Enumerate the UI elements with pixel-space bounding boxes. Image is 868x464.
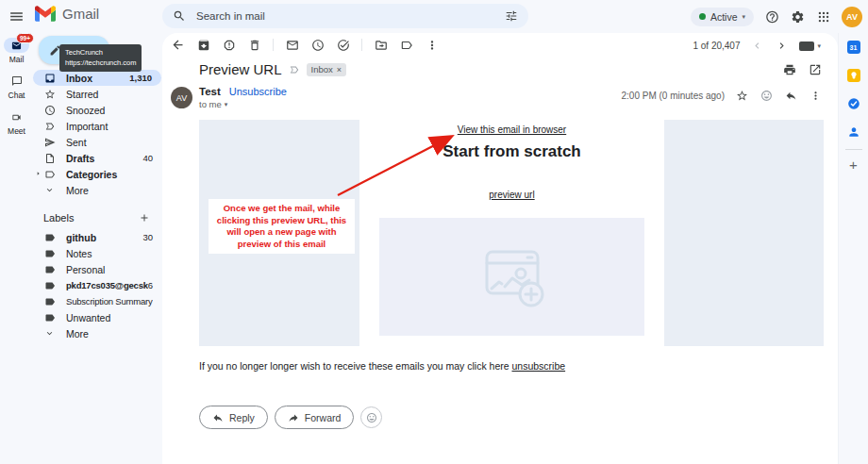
label-item-notes[interactable]: Notes <box>33 245 162 261</box>
more-options-icon[interactable] <box>425 38 439 52</box>
forward-button[interactable]: Forward <box>275 406 355 429</box>
older-email-chevron-icon[interactable] <box>775 39 789 53</box>
sender-info: Test Unsubscribe to me ▾ <box>199 86 287 109</box>
sidebar-item-label: Starred <box>66 89 153 100</box>
main-menu-icon[interactable] <box>8 8 25 25</box>
archive-icon[interactable] <box>196 38 210 52</box>
view-in-browser-link[interactable]: View this email in browser <box>359 124 664 135</box>
contacts-icon[interactable] <box>847 125 860 139</box>
unread-badge: 99+ <box>16 33 34 43</box>
mark-unread-icon[interactable] <box>285 38 299 52</box>
label-tag-icon <box>43 279 56 291</box>
inbox-label-chip[interactable]: Inbox × <box>307 63 347 76</box>
add-label-button[interactable] <box>139 212 150 224</box>
keep-icon[interactable] <box>847 69 860 82</box>
back-arrow-icon[interactable] <box>171 38 185 52</box>
label-item-pkd17cs035[interactable]: pkd17cs035@gecsk... 6 <box>33 277 162 293</box>
email-subject: Preview URL <box>199 61 282 77</box>
emoji-reaction-icon[interactable] <box>760 89 774 103</box>
image-placeholder-icon <box>471 241 554 313</box>
labels-tag-icon[interactable] <box>399 38 413 52</box>
report-spam-icon[interactable] <box>222 38 236 52</box>
subject-actions <box>782 62 822 76</box>
snooze-clock-icon[interactable] <box>310 38 325 52</box>
unsubscribe-link[interactable]: Unsubscribe <box>229 86 287 97</box>
label-tag-icon <box>43 231 56 243</box>
important-marker-icon[interactable] <box>289 64 300 75</box>
chevron-down-icon: ▾ <box>742 13 745 21</box>
open-in-new-icon[interactable] <box>808 62 822 76</box>
sidebar-item-starred[interactable]: Starred <box>33 86 162 102</box>
sidebar-item-more[interactable]: More <box>33 182 162 198</box>
sidebar-item-important[interactable]: Important <box>33 118 162 134</box>
print-icon[interactable] <box>782 62 796 76</box>
companion-divider <box>845 149 862 150</box>
sidebar-item-label: Inbox <box>66 73 129 84</box>
move-to-folder-icon[interactable] <box>374 38 388 52</box>
input-tools-selector[interactable]: ▾ <box>799 41 821 51</box>
app-rail: 99+ Mail Chat Meet <box>0 33 33 464</box>
footer-unsubscribe-link[interactable]: unsubscribe <box>512 360 566 372</box>
rail-item-chat[interactable]: Chat <box>4 74 29 100</box>
label-item-personal[interactable]: Personal <box>33 261 162 277</box>
label-item-more[interactable]: More <box>33 325 162 341</box>
sidebar-item-categories[interactable]: Categories <box>33 166 162 182</box>
label-item-github[interactable]: github 30 <box>33 229 162 245</box>
close-icon[interactable]: × <box>337 65 342 75</box>
google-apps-grid-icon[interactable] <box>816 9 830 24</box>
sidebar-item-label: Categories <box>66 169 153 180</box>
rail-item-meet[interactable]: Meet <box>4 109 29 136</box>
star-icon[interactable] <box>735 89 749 103</box>
recipient-toggle[interactable]: to me ▾ <box>199 99 287 109</box>
reply-icon[interactable] <box>784 89 798 103</box>
tasks-icon[interactable] <box>847 97 860 110</box>
search-icon[interactable] <box>173 9 186 23</box>
search-bar[interactable] <box>162 4 528 28</box>
sender-name: Test <box>199 86 221 97</box>
calendar-icon[interactable]: 31 <box>847 41 860 54</box>
preview-url-link[interactable]: preview url <box>359 190 664 200</box>
label-item-subscription-summary[interactable]: Subscription Summary <box>33 293 162 309</box>
account-avatar[interactable]: AV <box>842 7 862 27</box>
email-body: View this email in browser Start from sc… <box>162 120 838 346</box>
draft-file-icon <box>43 152 56 164</box>
label-tag-icon <box>43 263 56 275</box>
status-selector[interactable]: Active ▾ <box>691 8 754 26</box>
rail-chat-label: Chat <box>8 91 25 100</box>
toolbar-divider <box>361 39 362 51</box>
sidebar-item-snoozed[interactable]: Snoozed <box>33 102 162 118</box>
keyboard-icon <box>799 41 814 51</box>
add-to-tasks-icon[interactable] <box>336 38 350 52</box>
more-options-icon[interactable] <box>809 89 823 103</box>
gmail-app: Gmail Active ▾ <box>0 0 868 464</box>
sidebar-item-label: More <box>66 185 153 196</box>
meet-camera-icon <box>4 109 29 124</box>
sidebar-item-drafts[interactable]: Drafts 40 <box>33 150 162 166</box>
settings-gear-icon[interactable] <box>791 9 805 24</box>
rail-item-mail[interactable]: 99+ Mail <box>4 38 29 64</box>
caret-right-icon[interactable] <box>35 170 42 177</box>
chevron-down-icon: ▾ <box>225 101 228 108</box>
email-view-card: 1 of 20,407 ▾ Preview URL Inbox × AV <box>162 33 838 464</box>
delete-trash-icon[interactable] <box>247 38 261 52</box>
chevron-down-icon: ▾ <box>817 42 821 50</box>
label-item-unwanted[interactable]: Unwanted <box>33 309 162 325</box>
sidebar-item-inbox[interactable]: Inbox 1,310 <box>33 70 161 86</box>
label-item-text: Personal <box>66 264 153 275</box>
search-input[interactable] <box>194 9 496 23</box>
reply-label: Reply <box>229 412 255 423</box>
companion-rail: 31 + <box>838 33 868 464</box>
label-item-text: pkd17cs035@gecsk... <box>66 280 148 290</box>
search-options-icon[interactable] <box>505 9 518 23</box>
sidebar-item-label: Drafts <box>66 153 142 164</box>
sidebar-item-sent[interactable]: Sent <box>33 134 162 150</box>
add-reaction-button[interactable] <box>360 406 382 428</box>
support-icon[interactable] <box>765 9 779 24</box>
reply-button[interactable]: Reply <box>199 406 268 429</box>
newer-email-chevron-icon[interactable] <box>750 39 764 53</box>
get-addons-button[interactable]: + <box>849 160 858 170</box>
label-tag-icon <box>43 168 56 180</box>
label-item-text: github <box>66 232 142 243</box>
label-tag-icon <box>43 311 56 323</box>
sender-avatar[interactable]: AV <box>171 87 192 108</box>
